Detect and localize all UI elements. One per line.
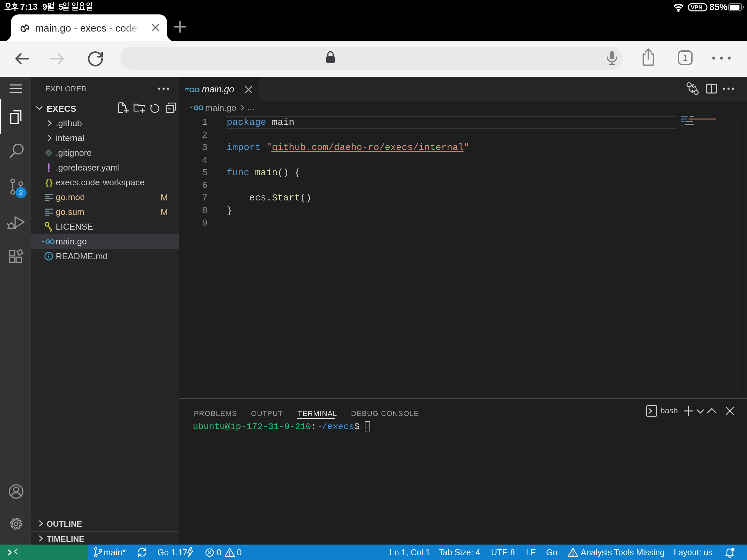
svg-text:VPN: VPN xyxy=(691,4,703,11)
svg-text:5: 5 xyxy=(58,2,63,12)
svg-text:GO: GO xyxy=(189,86,200,94)
svg-text:GO: GO xyxy=(45,238,55,245)
svg-text:GO: GO xyxy=(194,104,203,111)
svg-text:7:13: 7:13 xyxy=(20,2,37,12)
svg-text:85%: 85% xyxy=(710,2,727,12)
svg-text:1: 1 xyxy=(683,53,688,63)
svg-text:9: 9 xyxy=(42,2,47,12)
